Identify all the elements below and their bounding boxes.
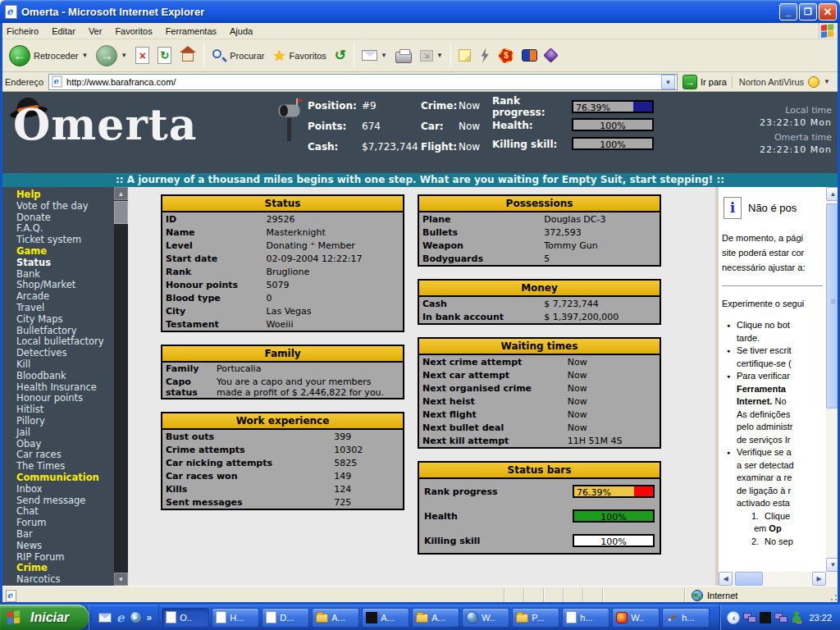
close-button[interactable]: ✕ — [819, 3, 837, 21]
sidebar-item[interactable]: Shop/Market — [16, 280, 114, 291]
gem-button[interactable] — [541, 48, 560, 62]
taskbar-window-button[interactable]: W.. — [612, 608, 660, 628]
window-titlebar[interactable]: e Omerta - Microsoft Internet Explorer _… — [0, 0, 840, 23]
casino-button[interactable]: $ — [495, 47, 518, 65]
taskbar-window-button[interactable]: A... — [362, 608, 409, 628]
tray-icon[interactable] — [791, 611, 802, 623]
sidebar-item[interactable]: Kill — [16, 359, 114, 371]
taskbar-window-button[interactable]: D... — [262, 608, 309, 628]
sidebar-item[interactable]: Chat — [16, 506, 114, 518]
scroll-down-icon[interactable]: ▼ — [826, 558, 840, 572]
taskbar-window-button[interactable]: H... — [212, 608, 259, 628]
sidebar-item[interactable]: News — [16, 541, 114, 552]
tray-chevron-icon[interactable]: ‹ — [727, 611, 740, 624]
taskbar-window-button[interactable]: W.. — [462, 608, 509, 628]
sidebar-item[interactable]: Bank — [16, 269, 114, 281]
internet-explorer-icon[interactable]: e — [116, 610, 125, 625]
scroll-right-icon[interactable]: ▶ — [812, 572, 826, 586]
sidebar-scroll-down-icon[interactable]: ▼ — [114, 573, 128, 586]
taskbar-window-button[interactable]: h... — [662, 608, 710, 628]
go-button[interactable]: → Ir para — [678, 75, 732, 89]
sidebar-item[interactable]: Jail — [16, 427, 114, 439]
sidebar-scroll-thumb[interactable] — [114, 201, 128, 224]
taskbar-window-button[interactable]: O.. — [162, 608, 209, 628]
sidebar-item[interactable]: Crime — [16, 563, 114, 574]
start-button[interactable]: Iniciar — [0, 605, 89, 630]
hscroll-thumb[interactable] — [735, 572, 763, 586]
outlook-express-icon[interactable] — [98, 613, 112, 623]
sidebar-item[interactable]: Donate — [16, 212, 114, 224]
sidebar-item[interactable]: Help — [16, 189, 114, 201]
sidebar-item[interactable]: Pillory — [16, 416, 114, 427]
scroll-up-icon[interactable]: ▲ — [826, 187, 840, 201]
sidebar-item[interactable]: F.A.Q. — [16, 223, 114, 235]
minimize-button[interactable]: _ — [779, 3, 797, 21]
home-button[interactable] — [176, 45, 200, 66]
taskbar-window-button[interactable]: A... — [412, 608, 459, 628]
sidebar-item[interactable]: Inbox — [16, 484, 114, 495]
sidebar-scrollbar[interactable]: ▲ ▼ — [114, 187, 128, 586]
error-panel-vscrollbar[interactable]: ▲ ▼ — [826, 187, 840, 572]
restore-button[interactable]: ❐ — [799, 3, 817, 21]
taskbar-window-button[interactable]: P... — [512, 608, 559, 628]
menu-item[interactable]: Ferramentas — [159, 25, 223, 38]
menu-item[interactable]: Editar — [45, 25, 82, 38]
sidebar-item[interactable]: Forum — [16, 518, 114, 529]
sidebar-item[interactable]: Honour points — [16, 393, 114, 404]
sidebar-item[interactable]: Local bulletfactory — [16, 336, 114, 348]
norton-antivirus-button[interactable]: Norton AntiVirus ▼ — [732, 76, 837, 88]
sidebar-item[interactable]: Ticket system — [16, 235, 114, 246]
norton-dropdown-icon[interactable]: ▼ — [824, 78, 830, 85]
taskbar-window-button[interactable]: h... — [562, 608, 609, 628]
stop-button[interactable]: × — [131, 45, 153, 66]
menu-item[interactable]: Favoritos — [108, 25, 158, 38]
sidebar-item[interactable]: Bar — [16, 529, 114, 541]
sidebar-item[interactable]: Hitlist — [16, 404, 114, 416]
favorites-button[interactable]: ★ Favoritos — [268, 45, 330, 66]
sidebar-item[interactable]: Travel — [16, 303, 114, 314]
taskbar-window-button[interactable]: A... — [312, 608, 359, 628]
sidebar-scroll-up-icon[interactable]: ▲ — [114, 187, 128, 200]
forward-button[interactable]: → ▼ — [92, 43, 131, 68]
sidebar-item[interactable]: Game — [16, 246, 114, 258]
sidebar-item[interactable]: Detectives — [16, 348, 114, 359]
sidebar-item[interactable]: Bulletfactory — [16, 326, 114, 337]
card-button[interactable] — [518, 48, 541, 63]
sidebar-item[interactable]: Arcade — [16, 291, 114, 303]
media-player-icon[interactable]: ▶ — [130, 611, 142, 623]
sidebar-item[interactable]: Status — [16, 258, 114, 269]
error-panel-hscrollbar[interactable]: ◀ ▶ — [719, 572, 826, 586]
back-button[interactable]: ← Retroceder ▼ — [5, 43, 92, 68]
mail-button[interactable]: ▼ — [358, 48, 391, 62]
messenger-button[interactable] — [475, 47, 495, 65]
sidebar-item[interactable]: Send message — [16, 495, 114, 507]
sidebar-item[interactable]: The Times — [16, 461, 114, 472]
sidebar-item[interactable]: Communication — [16, 472, 114, 484]
print-button[interactable] — [391, 47, 416, 65]
notes-button[interactable] — [454, 48, 475, 63]
address-input[interactable]: e http://www.barafranca.com/ ▼ — [48, 74, 678, 90]
menu-item[interactable]: Ajuda — [223, 25, 259, 38]
tray-icon[interactable] — [743, 612, 756, 623]
menu-item[interactable]: Ficheiro — [0, 25, 45, 38]
sidebar-item[interactable]: City Maps — [16, 314, 114, 326]
forward-dropdown-icon[interactable]: ▼ — [121, 52, 127, 59]
back-dropdown-icon[interactable]: ▼ — [81, 52, 88, 59]
search-button[interactable]: Procurar — [208, 47, 268, 65]
vscroll-thumb[interactable] — [826, 203, 840, 409]
address-url[interactable]: http://www.barafranca.com/ — [66, 77, 658, 87]
refresh-button[interactable]: ↻ — [153, 45, 176, 66]
mail-dropdown-icon[interactable]: ▼ — [381, 52, 387, 59]
resize-button[interactable]: ⇲ ▼ — [416, 48, 447, 63]
scroll-left-icon[interactable]: ◀ — [719, 572, 733, 586]
sidebar-item[interactable]: Bloodbank — [16, 371, 114, 382]
resize-grip[interactable] — [827, 593, 838, 605]
sidebar-item[interactable]: Vote of the day — [16, 201, 114, 212]
tray-icon[interactable] — [774, 612, 788, 623]
sidebar-item[interactable]: RIP Forum — [16, 552, 114, 564]
sidebar-item[interactable]: Health Insurance — [16, 382, 114, 394]
address-dropdown-icon[interactable]: ▼ — [661, 75, 675, 89]
sidebar-item[interactable]: Car races — [16, 450, 114, 461]
history-button[interactable]: ↺ — [331, 45, 350, 66]
quick-launch-chevron-icon[interactable]: » — [147, 612, 153, 623]
